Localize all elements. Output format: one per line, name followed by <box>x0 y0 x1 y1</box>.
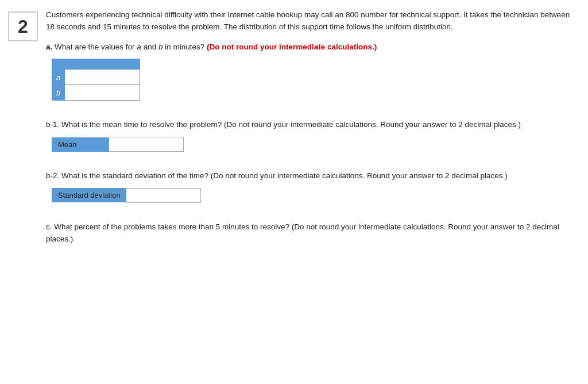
ab-table-header-row <box>52 59 140 70</box>
part-c-section: c. What percent of the problems takes mo… <box>46 221 574 245</box>
ab-header-label-cell <box>52 59 65 70</box>
part-b2-note: (Do not round your intermediate calculat… <box>211 171 508 180</box>
b-input-cell <box>65 85 140 101</box>
a-input-cell <box>65 70 140 85</box>
ab-table-row-a: a <box>52 70 140 85</box>
b-label-cell: b <box>52 85 65 101</box>
part-b2-label: b-2. What is the standard deviation of t… <box>46 170 574 182</box>
part-a-section: a. What are the values for a and b in mi… <box>46 41 574 101</box>
problem-text: Customers experiencing technical difficu… <box>46 9 574 33</box>
ab-header-input-cell <box>65 59 140 70</box>
part-c-label: c. What percent of the problems takes mo… <box>46 221 574 245</box>
b-input[interactable] <box>65 85 140 100</box>
stddev-label: Standard deviation <box>52 188 126 202</box>
part-b2-section: b-2. What is the standard deviation of t… <box>46 170 574 203</box>
b-label: b <box>56 89 60 97</box>
stddev-input[interactable] <box>126 188 201 203</box>
part-a-label: a. What are the values for a and b in mi… <box>46 41 574 53</box>
part-b1-note: (Do not round your intermediate calculat… <box>224 120 521 129</box>
mean-row: Mean <box>52 137 574 152</box>
question-number-col: 2 <box>0 9 46 375</box>
mean-input[interactable] <box>109 137 184 152</box>
a-label: a <box>56 73 60 82</box>
question-number: 2 <box>18 16 28 37</box>
a-label-cell: a <box>52 70 65 85</box>
mean-label: Mean <box>52 137 109 152</box>
part-a-bold-label: a. <box>46 43 52 51</box>
stddev-row: Standard deviation <box>52 188 574 203</box>
part-b1-label: b-1. What is the mean time to resolve th… <box>46 119 574 131</box>
page-container: 2 Customers experiencing technical diffi… <box>0 0 588 384</box>
ab-table: a b <box>52 59 140 101</box>
a-input[interactable] <box>65 70 140 85</box>
part-a-note: (Do not round your intermediate calculat… <box>207 43 377 51</box>
part-c-bold-label: c. <box>46 222 52 231</box>
question-number-box: 2 <box>8 11 38 41</box>
content-col: Customers experiencing technical difficu… <box>46 9 588 375</box>
ab-table-row-b: b <box>52 85 140 101</box>
a-var: a <box>137 43 141 51</box>
part-b1-bold-label: b-1. <box>46 120 59 129</box>
part-b2-bold-label: b-2. <box>46 171 59 180</box>
part-b1-section: b-1. What is the mean time to resolve th… <box>46 119 574 152</box>
